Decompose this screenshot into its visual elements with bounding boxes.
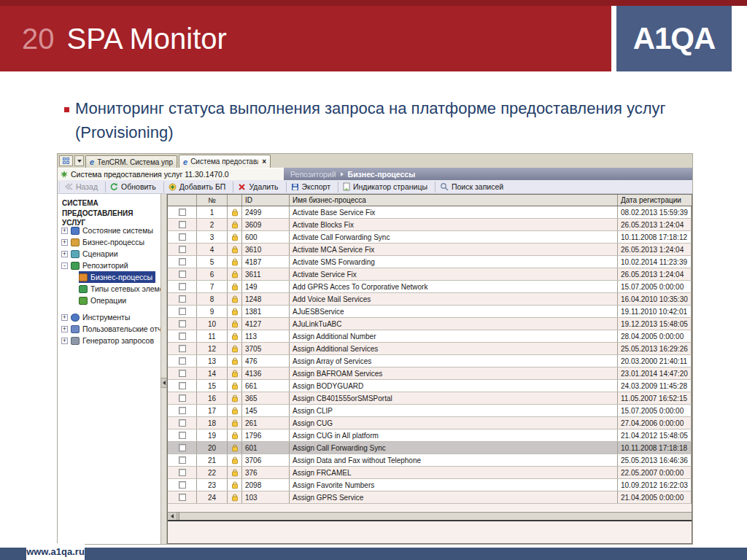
header-num[interactable]: № [197,195,228,206]
scroll-left-button[interactable] [168,513,177,520]
row-checkbox[interactable] [179,233,186,241]
table-row[interactable]: 24 103 Assign GPRS Service 21.04.2005 0:… [168,491,692,504]
table-row[interactable]: 21 3706 Assign Data and Fax without Tele… [168,454,692,467]
browser-tab-provisioning[interactable]: e Система предоставлен... × [179,155,271,168]
tree-item-3[interactable]: - Репозиторий [61,260,128,271]
table-row[interactable]: 20 601 Assign Call Forwarding Sync 10.11… [168,442,692,454]
toolbar-button-add[interactable]: Добавить БП [163,182,232,192]
tree-item-1[interactable]: + Бизнес-процессы [61,236,144,248]
header-name[interactable]: Имя бизнес-процесса [290,195,618,206]
row-checkbox[interactable] [179,271,186,278]
slide-header: 20 SPA Monitor [0,6,611,71]
cell-num: 17 [197,405,228,416]
row-checkbox[interactable] [179,246,186,253]
cell-id: 2098 [242,479,290,491]
cell-name: Add Voice Mail Services [290,293,618,305]
horizontal-scrollbar[interactable] [168,512,692,521]
row-checkbox[interactable] [179,444,186,451]
tree-expander[interactable]: - [61,262,68,269]
table-row[interactable]: 17 145 Assign CLIP 15.07.2005 0:00:00 [168,405,692,417]
table-row[interactable]: 15 661 Assign BODYGUARD 24.03.2009 11:45… [168,380,692,392]
close-icon[interactable]: × [262,158,266,166]
toolbar-button-delete[interactable]: Удалить [233,182,284,192]
row-checkbox[interactable] [179,481,186,489]
tree-item-0[interactable]: + Состояние системы [61,225,153,236]
table-row[interactable]: 22 376 Assign FRCAMEL 22.05.2007 0:00:00 [168,467,692,479]
lock-icon [231,456,239,464]
row-checkbox[interactable] [179,494,186,501]
slide-footer-bar [0,548,747,560]
quick-tabs-button[interactable] [59,155,73,166]
tree-item-9[interactable]: + Генератор запросов [61,335,154,346]
tab-list-dropdown-button[interactable] [74,155,84,166]
row-checkbox[interactable] [179,258,186,265]
table-row[interactable]: 3 600 Activate Call Forwarding Sync 10.1… [168,231,692,244]
browser-tab-telcrm[interactable]: e ТелCRM. Система управлен... [85,155,177,168]
table-row[interactable]: 9 1381 AJuESBService 19.11.2010 10:42:01 [168,306,692,318]
splitter-collapse-button[interactable] [160,378,167,388]
row-checkbox[interactable] [179,370,186,377]
row-checkbox[interactable] [179,308,186,315]
cell-name: Assign GPRS Service [290,491,618,503]
ie-icon: e [90,158,94,166]
table-row[interactable]: 23 2098 Assign Favorite Numbers 10.09.20… [168,479,692,491]
tree-expander[interactable]: + [61,228,68,234]
row-checkbox[interactable] [179,345,186,352]
tree-expander[interactable]: + [61,338,68,344]
row-checkbox[interactable] [179,407,186,414]
table-row[interactable]: 12 3705 Assign Additional Services 25.05… [168,343,692,355]
scrollbar-thumb[interactable] [177,513,179,520]
tree-item-4[interactable]: Бизнес-процессы [79,271,155,283]
breadcrumb-parent[interactable]: Репозиторий [290,170,336,179]
sidebar-scrollbar[interactable] [160,194,167,544]
row-checkbox[interactable] [179,456,186,464]
table-row[interactable]: 10 4127 AJuLinkTuABC 19.12.2013 15:48:05 [168,318,692,330]
row-checkbox[interactable] [179,469,186,476]
row-checkbox[interactable] [179,382,186,389]
cell-id: 4127 [242,318,290,330]
header-checkbox-column [168,195,197,206]
cell-id: 4187 [242,256,290,268]
row-checkbox[interactable] [179,209,186,216]
table-row[interactable]: 11 113 Assign Additional Number 28.04.20… [168,330,692,343]
toolbar-button-back[interactable]: Назад [59,182,104,192]
table-row[interactable]: 5 4187 Activate SMS Forwarding 10.02.201… [168,256,692,268]
table-row[interactable]: 2 3609 Activate Blocks Fix 26.05.2013 1:… [168,219,692,231]
row-checkbox[interactable] [179,221,186,228]
row-checkbox[interactable] [179,419,186,427]
tree-item-2[interactable]: + Сценарии [61,248,118,260]
row-checkbox[interactable] [179,332,186,340]
header-date[interactable]: Дата регистрации [618,195,692,206]
cell-date: 15.07.2005 0:00:00 [618,281,692,292]
tree-item-7[interactable]: + Инструменты [61,311,130,323]
table-row[interactable]: 19 1796 Assign CUG in All platform 21.04… [168,429,692,442]
table-row[interactable]: 8 1248 Add Voice Mail Services 16.04.201… [168,293,692,306]
table-row[interactable]: 16 365 Assign CB401555orSMSPortal 11.05.… [168,392,692,405]
table-row[interactable]: 18 261 Assign CUG 27.04.2006 0:00:00 [168,417,692,429]
lock-icon [231,332,239,341]
row-checkbox[interactable] [179,394,186,402]
row-checkbox[interactable] [179,432,186,439]
tree-expander[interactable]: + [61,314,68,321]
tree-expander[interactable]: + [61,326,68,332]
row-checkbox[interactable] [179,320,186,327]
toolbar-button-export[interactable]: Экспорт [286,182,336,192]
tree-expander[interactable]: + [61,239,68,246]
slide-number: 20 [22,23,55,55]
table-row[interactable]: 7 149 Add GPRS Acces To Corporative Netw… [168,281,692,293]
tree-item-8[interactable]: + Пользовательские отчеты [61,323,174,335]
toolbar-button-refresh[interactable]: Обновить [105,182,162,192]
table-row[interactable]: 1 2499 Activate Base Service Fix 08.02.2… [168,206,692,219]
header-id[interactable]: ID [242,195,290,206]
tree-item-6[interactable]: Операции [79,295,126,306]
table-row[interactable]: 13 476 Assign Array of Services 20.03.20… [168,355,692,368]
table-row[interactable]: 14 4136 Assign BAFROAM Services 23.01.20… [168,368,692,380]
row-checkbox[interactable] [179,295,186,303]
toolbar-button-page-indicator[interactable]: Индикатор страницы [338,182,433,192]
row-checkbox[interactable] [179,357,186,365]
table-row[interactable]: 4 3610 Activate MCA Service Fix 26.05.20… [168,244,692,256]
tree-expander[interactable]: + [61,251,68,257]
table-row[interactable]: 6 3611 Activate Service Fix 26.05.2013 1… [168,268,692,281]
row-checkbox[interactable] [179,283,186,290]
toolbar-button-search[interactable]: Поиск записей [435,182,509,192]
